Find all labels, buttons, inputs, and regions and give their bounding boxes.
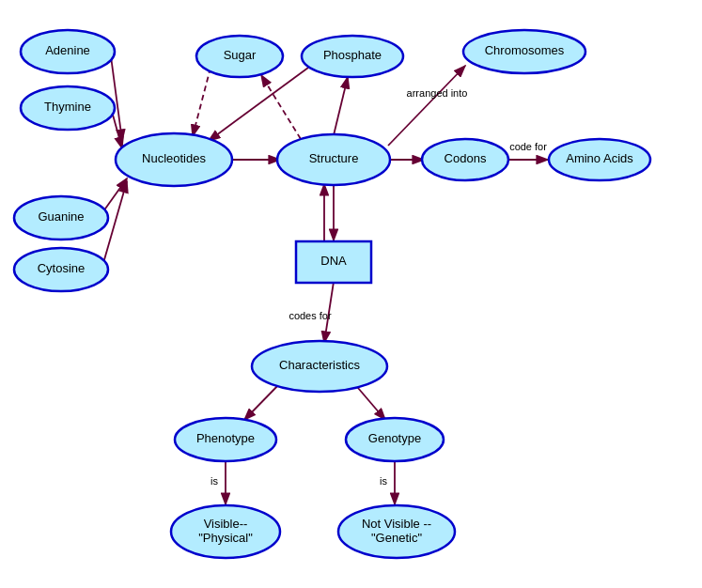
- phosphate-nucleotides-arrow: [209, 68, 308, 141]
- sugar-label: Sugar: [224, 48, 257, 62]
- codons-label: Codons: [445, 151, 487, 165]
- structure-phosphate-arrow: [334, 77, 348, 135]
- aminoacids-label: Amino Acids: [566, 151, 633, 165]
- structure-label: Structure: [309, 151, 359, 165]
- sugar-nucleotides-arrow: [193, 68, 211, 136]
- notvisible-label: Not Visible --: [362, 517, 431, 531]
- cytosine-label: Cytosine: [38, 261, 86, 275]
- characteristics-label: Characteristics: [279, 358, 360, 372]
- arranged-into-label: arranged into: [407, 87, 468, 99]
- adenine-label: Adenine: [45, 43, 90, 57]
- nucleotides-label: Nucleotides: [142, 151, 206, 165]
- phenotype-label: Phenotype: [196, 431, 255, 445]
- phosphate-label: Phosphate: [323, 48, 382, 62]
- is1-label: is: [211, 475, 218, 487]
- notvisible-sublabel: "Genetic": [371, 531, 422, 545]
- visible-sublabel: "Physical": [198, 531, 253, 545]
- structure-sugar-arrow: [261, 75, 301, 139]
- char-phenotype-arrow: [244, 381, 282, 420]
- chromosomes-label: Chromosomes: [485, 43, 565, 57]
- codes-for-label: codes for: [289, 310, 332, 321]
- thymine-label: Thymine: [44, 100, 91, 114]
- code-for-label: code for: [509, 141, 547, 152]
- guanine-label: Guanine: [38, 209, 84, 224]
- dna-label: DNA: [320, 254, 347, 268]
- structure-chromosomes-arrow: [388, 66, 465, 146]
- visible-label: Visible--: [204, 517, 248, 531]
- is2-label: is: [380, 475, 387, 487]
- genotype-label: Genotype: [368, 431, 421, 445]
